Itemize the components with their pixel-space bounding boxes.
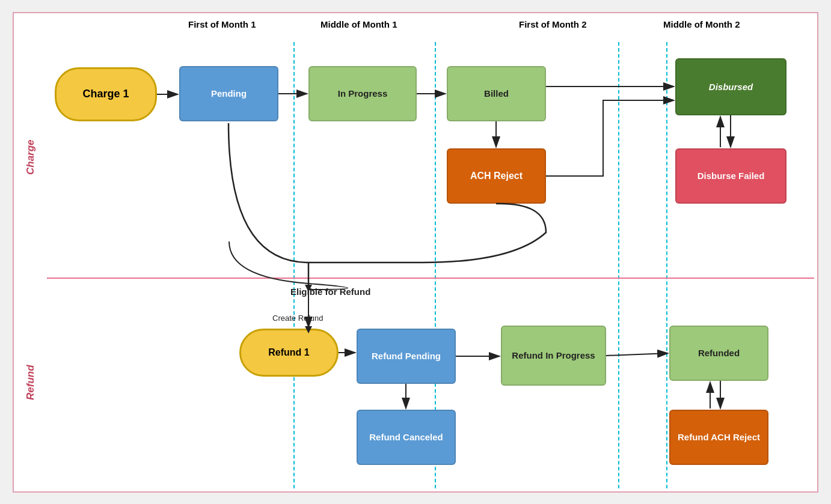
pending-box: Pending xyxy=(179,66,278,121)
h-divider xyxy=(47,278,814,279)
eligible-for-refund-label: Eligible for Refund xyxy=(290,287,370,297)
ach-reject-box: ACH Reject xyxy=(447,148,546,204)
vline-4 xyxy=(666,42,667,488)
in-progress-box: In Progress xyxy=(308,66,417,121)
diagram-container: First of Month 1 Middle of Month 1 First… xyxy=(13,12,818,493)
create-refund-label: Create Refund xyxy=(272,314,324,323)
col-header-middle-month1: Middle of Month 1 xyxy=(320,19,397,29)
col-header-middle-month2: Middle of Month 2 xyxy=(663,19,740,29)
disbursed-box: Disbursed xyxy=(675,58,787,115)
refund-in-progress-box: Refund In Progress xyxy=(501,326,606,386)
refund-canceled-box: Refund Canceled xyxy=(357,410,456,465)
disburse-failed-box: Disburse Failed xyxy=(675,148,787,204)
bracket-charge-to-refund xyxy=(229,241,348,290)
vline-1 xyxy=(293,42,295,488)
row-label-refund: Refund xyxy=(14,278,47,488)
col-header-first-month2: First of Month 2 xyxy=(519,19,587,29)
refund-pending-box: Refund Pending xyxy=(357,329,456,384)
col-header-first-month1: First of Month 1 xyxy=(188,19,256,29)
row-label-charge: Charge xyxy=(14,43,47,272)
refund-ach-reject-box: Refund ACH Reject xyxy=(669,410,768,465)
arrow-refundip-refunded xyxy=(606,353,668,356)
billed-box: Billed xyxy=(447,66,546,121)
column-headers: First of Month 1 Middle of Month 1 First… xyxy=(50,19,811,37)
charge1-box: Charge 1 xyxy=(55,67,157,121)
arrow-achreject-disbursed xyxy=(546,100,674,176)
vline-3 xyxy=(618,42,619,488)
refunded-box: Refunded xyxy=(669,326,768,381)
refund1-box: Refund 1 xyxy=(239,329,339,377)
